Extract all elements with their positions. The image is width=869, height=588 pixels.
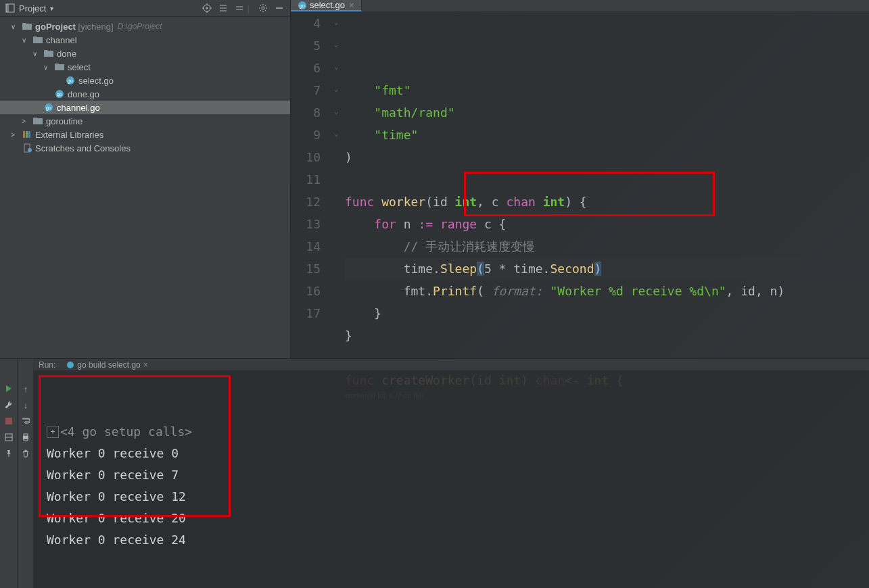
project-header: Project ▾ |	[0, 0, 290, 17]
fold-column[interactable]: ⌄⌄⌄⌄⌄⌄	[334, 12, 345, 391]
svg-rect-1	[6, 4, 9, 12]
gofile-icon: go	[43, 102, 54, 113]
svg-point-3	[206, 7, 208, 9]
svg-text:go: go	[46, 105, 51, 111]
tab-select-go[interactable]: go select.go ×	[291, 0, 362, 11]
folder-icon	[54, 62, 65, 72]
scratch-icon	[22, 143, 32, 153]
editor-tabs: go select.go ×	[291, 0, 869, 12]
lib-icon	[22, 129, 32, 140]
svg-rect-34	[24, 439, 28, 441]
svg-rect-21	[23, 131, 25, 138]
down-arrow-icon[interactable]: ↓	[18, 397, 34, 413]
go-icon	[66, 361, 74, 369]
tree-item[interactable]: ∨channel	[0, 33, 290, 47]
expand-all-icon[interactable]	[218, 3, 229, 14]
tree-item[interactable]: >goroutine	[0, 114, 290, 128]
run-tabs: Run: go build select.go ×	[33, 359, 869, 371]
folder-icon	[43, 48, 54, 59]
close-icon[interactable]: ×	[349, 0, 354, 10]
stop-button[interactable]	[0, 413, 17, 429]
code-area[interactable]: 4567891011121314151617 ⌄⌄⌄⌄⌄⌄ "fmt" "mat…	[291, 12, 869, 391]
tree-item[interactable]: goselect.go	[0, 74, 290, 87]
console-output[interactable]: +<4 go setup calls>Worker 0 receive 0Wor…	[33, 371, 869, 588]
tab-label: select.go	[310, 0, 345, 10]
gear-icon[interactable]	[258, 3, 268, 14]
code-body[interactable]: "fmt" "math/rand" "time")func worker(id …	[345, 12, 869, 391]
pin-icon[interactable]	[0, 445, 17, 462]
collapse-all-icon[interactable]	[234, 3, 245, 14]
line-numbers: 4567891011121314151617	[291, 12, 334, 391]
run-actions-left	[0, 359, 17, 588]
softwrap-icon[interactable]	[18, 413, 34, 429]
run-button[interactable]	[0, 381, 17, 397]
svg-text:go: go	[300, 3, 305, 9]
editor: go select.go × 4567891011121314151617 ⌄⌄…	[291, 0, 869, 358]
svg-point-25	[28, 148, 32, 152]
trash-icon[interactable]	[18, 445, 34, 462]
print-icon[interactable]	[18, 429, 34, 445]
tree-item[interactable]: ∨done	[0, 47, 290, 60]
svg-text:go: go	[68, 78, 73, 84]
svg-rect-22	[26, 131, 28, 138]
run-label: Run:	[33, 360, 61, 370]
svg-rect-33	[24, 434, 28, 436]
folder-icon	[22, 21, 32, 32]
tree-root[interactable]: ∨ goProject [yicheng] D:\goProject	[0, 20, 290, 33]
tree-item[interactable]: >External Libraries	[0, 128, 290, 141]
gofile-icon: go	[54, 89, 65, 99]
gofile-icon: go	[65, 75, 76, 86]
project-sidebar: Project ▾ | ∨ goProject [yicheng] D:\goP…	[0, 0, 291, 358]
svg-rect-23	[28, 131, 30, 138]
tree-item[interactable]: Scratches and Consoles	[0, 141, 290, 155]
run-config-tab[interactable]: go build select.go ×	[61, 360, 153, 370]
tree-item[interactable]: gochannel.go	[0, 101, 290, 114]
project-title[interactable]: Project ▾	[5, 3, 53, 14]
svg-point-35	[67, 362, 74, 368]
go-icon: go	[298, 1, 307, 10]
tree-item[interactable]: godone.go	[0, 87, 290, 101]
run-panel: ↑ ↓ Run: go build select.go × +<4 go set…	[0, 358, 869, 588]
close-icon[interactable]: ×	[143, 360, 148, 370]
folder-icon	[32, 116, 43, 126]
up-arrow-icon[interactable]: ↑	[18, 381, 34, 397]
minimize-icon[interactable]	[274, 3, 285, 14]
svg-point-13	[262, 7, 264, 9]
locate-icon[interactable]	[202, 3, 212, 14]
folder-icon	[32, 34, 43, 45]
run-actions-left-2: ↑ ↓	[17, 359, 33, 588]
svg-rect-28	[5, 418, 12, 424]
wrench-icon[interactable]	[0, 397, 17, 413]
layout-icon[interactable]	[0, 429, 17, 445]
file-tree: ∨ goProject [yicheng] D:\goProject ∨chan…	[0, 17, 290, 358]
svg-text:go: go	[57, 92, 62, 97]
tree-item[interactable]: ∨select	[0, 60, 290, 74]
